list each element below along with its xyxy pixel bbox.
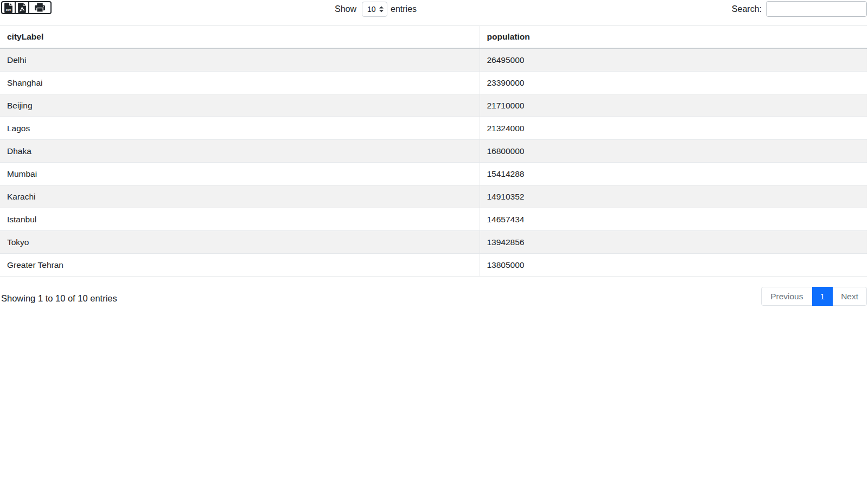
page-length-control: Show 10 entries <box>335 1 417 17</box>
table-row: Karachi14910352 <box>0 185 867 208</box>
print-button[interactable] <box>28 1 52 14</box>
population-cell: 26495000 <box>480 48 867 72</box>
next-page-button[interactable]: Next <box>832 287 867 306</box>
show-label: Show <box>335 4 356 14</box>
table-row: Shanghai23390000 <box>0 72 867 94</box>
column-header-population[interactable]: population <box>480 26 867 49</box>
header-row: cityLabel population <box>0 26 867 49</box>
datatable-page: csv <box>0 0 868 488</box>
previous-page-button[interactable]: Previous <box>761 287 812 306</box>
svg-text:csv: csv <box>6 8 11 11</box>
city-population-table: cityLabel population Delhi26495000Shangh… <box>0 25 867 277</box>
table-row: Lagos21324000 <box>0 117 867 140</box>
population-cell: 15414288 <box>480 163 867 185</box>
population-cell: 21324000 <box>480 117 867 140</box>
search-label: Search: <box>732 4 762 14</box>
city-cell: Istanbul <box>0 208 480 231</box>
search-input[interactable] <box>766 1 867 17</box>
city-cell: Karachi <box>0 185 480 208</box>
pdf-export-button[interactable] <box>15 1 29 14</box>
table-row: Mumbai15414288 <box>0 163 867 185</box>
pagination: Previous 1 Next <box>761 287 867 306</box>
population-cell: 21710000 <box>480 94 867 117</box>
csv-export-button[interactable]: csv <box>1 1 16 14</box>
table-row: Istanbul14657434 <box>0 208 867 231</box>
entries-label: entries <box>391 4 417 14</box>
printer-icon <box>35 3 45 12</box>
population-cell: 14657434 <box>480 208 867 231</box>
city-cell: Dhaka <box>0 140 480 163</box>
page-length-select[interactable]: 10 <box>362 2 387 17</box>
population-cell: 13805000 <box>480 254 867 277</box>
table-info: Showing 1 to 10 of 10 entries <box>1 293 117 304</box>
page-1-button[interactable]: 1 <box>812 287 833 306</box>
table-row: Delhi26495000 <box>0 48 867 72</box>
table-row: Tokyo13942856 <box>0 231 867 254</box>
population-cell: 14910352 <box>480 185 867 208</box>
export-button-group: csv <box>1 1 52 14</box>
table-row: Dhaka16800000 <box>0 140 867 163</box>
city-cell: Greater Tehran <box>0 254 480 277</box>
table-row: Beijing21710000 <box>0 94 867 117</box>
city-cell: Tokyo <box>0 231 480 254</box>
search-control: Search: <box>732 1 867 17</box>
population-cell: 16800000 <box>480 140 867 163</box>
population-cell: 13942856 <box>480 231 867 254</box>
population-cell: 23390000 <box>480 72 867 94</box>
city-cell: Lagos <box>0 117 480 140</box>
city-cell: Delhi <box>0 48 480 72</box>
file-pdf-icon <box>18 3 26 13</box>
city-cell: Mumbai <box>0 163 480 185</box>
column-header-citylabel[interactable]: cityLabel <box>0 26 480 49</box>
city-cell: Beijing <box>0 94 480 117</box>
table-body: Delhi26495000Shanghai23390000Beijing2171… <box>0 48 867 277</box>
file-csv-icon: csv <box>4 3 12 13</box>
page-length-select-wrap: 10 <box>362 2 387 17</box>
city-cell: Shanghai <box>0 72 480 94</box>
table-row: Greater Tehran13805000 <box>0 254 867 277</box>
